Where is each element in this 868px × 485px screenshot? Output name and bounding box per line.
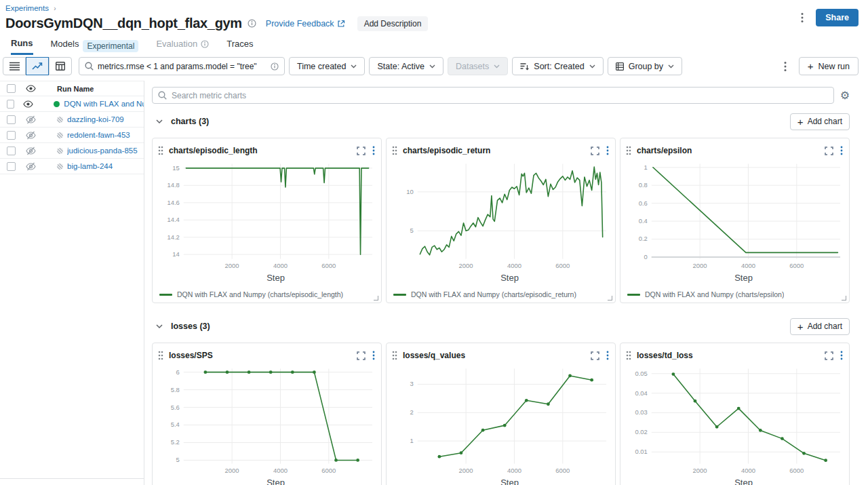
run-checkbox[interactable] xyxy=(7,115,16,124)
add-chart-button[interactable]: + Add chart xyxy=(790,318,850,335)
expand-icon[interactable] xyxy=(590,146,600,156)
chart-plot[interactable]: 510200040006000 xyxy=(392,159,610,271)
state-dropdown[interactable]: State: Active xyxy=(369,57,443,75)
run-visibility-toggle[interactable] xyxy=(24,131,37,140)
tab-traces[interactable]: Traces xyxy=(226,39,253,54)
run-checkbox[interactable] xyxy=(7,162,16,171)
select-all-checkbox[interactable] xyxy=(7,84,16,93)
chart-plot[interactable]: 55.25.45.65.86200040006000 xyxy=(158,364,376,476)
resize-handle[interactable] xyxy=(608,296,612,300)
drag-handle-icon[interactable] xyxy=(392,146,397,155)
run-row: judicious-panda-855 xyxy=(0,143,144,159)
chart-plot[interactable]: 0.010.020.030.040.05200040006000 xyxy=(626,364,844,476)
expand-icon[interactable] xyxy=(356,351,366,361)
chart-view-button[interactable] xyxy=(26,57,49,75)
legend-label: DQN with FLAX and Numpy (charts/epsilon) xyxy=(645,290,784,298)
drag-handle-icon[interactable] xyxy=(158,146,163,155)
plus-icon: + xyxy=(808,61,814,71)
resize-handle[interactable] xyxy=(842,296,846,300)
info-icon[interactable] xyxy=(248,19,256,28)
run-list-header: Run Name xyxy=(0,81,144,96)
add-description-button[interactable]: Add Description xyxy=(357,16,429,31)
page-title: DoorsGymDQN__dqn_hopt_flax_gym xyxy=(5,16,242,31)
list-view-button[interactable] xyxy=(3,57,26,75)
svg-text:6: 6 xyxy=(176,368,180,376)
header-kebab-icon[interactable] xyxy=(800,11,805,24)
chart-plot[interactable]: 1414.214.414.614.815200040006000 xyxy=(158,159,376,271)
svg-text:2000: 2000 xyxy=(225,262,239,269)
run-visibility-toggle[interactable] xyxy=(23,100,33,108)
chart-section: losses (3) + Add chart losses/SPS 55.25.… xyxy=(152,317,850,485)
run-checkbox[interactable] xyxy=(7,147,16,155)
metric-search-input[interactable] xyxy=(172,91,828,100)
section-collapse-chevron-icon[interactable] xyxy=(156,119,163,124)
svg-text:4000: 4000 xyxy=(741,467,755,474)
drag-handle-icon[interactable] xyxy=(626,146,631,155)
chart-menu-kebab-icon[interactable] xyxy=(840,145,844,156)
chart-title: charts/episodic_return xyxy=(403,146,490,155)
chart-menu-kebab-icon[interactable] xyxy=(606,145,610,156)
run-name-link[interactable]: dazzling-koi-709 xyxy=(67,115,124,123)
run-checkbox[interactable] xyxy=(7,131,16,140)
svg-text:0.6: 0.6 xyxy=(639,199,648,207)
tab-runs[interactable]: Runs xyxy=(11,38,33,55)
drag-handle-icon[interactable] xyxy=(392,351,397,360)
expand-icon[interactable] xyxy=(590,351,600,361)
svg-text:0.4: 0.4 xyxy=(639,217,648,225)
provide-feedback-link[interactable]: Provide Feedback xyxy=(266,19,345,28)
eye-off-icon xyxy=(26,131,36,140)
group-by-dropdown[interactable]: Group by xyxy=(608,57,682,75)
section-collapse-chevron-icon[interactable] xyxy=(156,324,163,329)
share-button[interactable]: Share xyxy=(816,9,859,26)
run-name-link[interactable]: big-lamb-244 xyxy=(67,162,113,170)
expand-icon[interactable] xyxy=(824,146,834,156)
time-created-dropdown[interactable]: Time created xyxy=(289,57,365,75)
run-name-link[interactable]: redolent-fawn-453 xyxy=(67,131,130,139)
list-icon xyxy=(9,62,20,71)
chart-xlabel: Step xyxy=(392,478,610,485)
visibility-toggle-all[interactable] xyxy=(24,85,37,92)
drag-handle-icon[interactable] xyxy=(626,351,631,360)
new-run-button[interactable]: + New run xyxy=(799,57,859,75)
chart-menu-kebab-icon[interactable] xyxy=(372,350,376,361)
chart-plot[interactable]: 00.20.40.60.81200040006000 xyxy=(626,159,844,271)
tab-bar: Runs Models Experimental Evaluation Trac… xyxy=(5,33,859,53)
gear-icon[interactable]: ⚙ xyxy=(840,90,850,101)
sections: charts (3) + Add chart charts/episodic_l… xyxy=(152,113,850,485)
run-name-link[interactable]: judicious-panda-855 xyxy=(67,147,138,155)
chart-menu-kebab-icon[interactable] xyxy=(840,350,844,361)
chart-card: charts/episodic_return 510200040006000 S… xyxy=(386,138,616,303)
datasets-dropdown[interactable]: Datasets xyxy=(448,57,508,75)
toolbar-kebab-icon[interactable] xyxy=(783,60,788,73)
run-visibility-toggle[interactable] xyxy=(24,115,37,124)
tab-evaluation[interactable]: Evaluation xyxy=(156,39,209,54)
run-visibility-toggle[interactable] xyxy=(24,147,37,155)
info-icon[interactable] xyxy=(271,62,279,71)
external-link-icon xyxy=(337,20,345,28)
run-status-dot xyxy=(57,163,63,170)
tab-models[interactable]: Models xyxy=(51,39,79,54)
drag-handle-icon[interactable] xyxy=(158,351,163,360)
runs-search-input[interactable] xyxy=(98,62,267,71)
chart-menu-kebab-icon[interactable] xyxy=(606,350,610,361)
eye-off-icon xyxy=(26,115,36,124)
chart-menu-kebab-icon[interactable] xyxy=(372,145,376,156)
expand-icon[interactable] xyxy=(824,351,834,361)
sort-dropdown[interactable]: Sort: Created xyxy=(512,57,603,75)
sort-icon xyxy=(520,62,529,71)
chart-card: losses/SPS 55.25.45.65.86200040006000 St… xyxy=(152,343,382,485)
expand-icon[interactable] xyxy=(356,146,366,156)
run-status-dot xyxy=(57,132,63,138)
add-chart-button[interactable]: + Add chart xyxy=(790,113,850,130)
table-view-button[interactable] xyxy=(49,57,72,75)
svg-text:2000: 2000 xyxy=(459,262,473,269)
run-name-link[interactable]: DQN with FLAX and Numpy xyxy=(64,100,144,108)
run-visibility-toggle[interactable] xyxy=(24,162,37,171)
chevron-down-icon xyxy=(494,64,500,69)
chart-plot[interactable]: 123200040006000 xyxy=(392,364,610,476)
resize-handle[interactable] xyxy=(374,296,378,300)
breadcrumb-experiments-link[interactable]: Experiments xyxy=(5,4,49,12)
app: Experiments › DoorsGymDQN__dqn_hopt_flax… xyxy=(0,0,868,485)
run-checkbox[interactable] xyxy=(7,100,14,109)
chart-card: losses/td_loss 0.010.020.030.040.0520004… xyxy=(620,343,850,485)
